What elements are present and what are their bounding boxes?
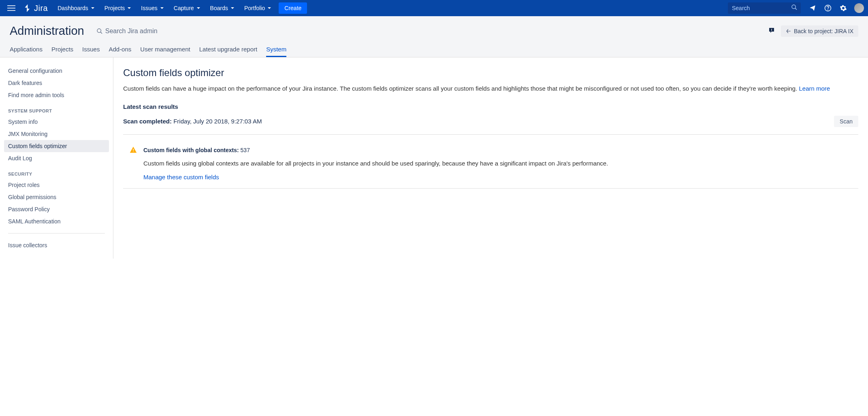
search-icon <box>791 4 798 12</box>
nav-dashboards[interactable]: Dashboards <box>53 2 100 15</box>
svg-point-6 <box>828 10 828 10</box>
scan-completed-label: Scan completed: Friday, July 20 2018, 9:… <box>123 118 262 125</box>
tab-system[interactable]: System <box>266 46 286 57</box>
latest-scan-heading: Latest scan results <box>123 103 858 110</box>
tab-latest-upgrade-report[interactable]: Latest upgrade report <box>199 46 257 57</box>
admin-feedback-icon[interactable] <box>768 27 775 36</box>
jira-logo[interactable]: Jira <box>23 4 48 13</box>
scan-row: Scan completed: Friday, July 20 2018, 9:… <box>123 116 858 127</box>
tab-applications[interactable]: Applications <box>10 46 43 57</box>
svg-rect-9 <box>771 29 772 30</box>
warning-icon <box>130 146 137 155</box>
svg-rect-0 <box>7 5 15 6</box>
result-heading: Custom fields with global contexts: 537 <box>143 147 858 153</box>
nav-capture[interactable]: Capture <box>169 2 205 15</box>
sidebar-global-permissions[interactable]: Global permissions <box>4 191 109 203</box>
nav-portfolio[interactable]: Portfolio <box>239 2 276 15</box>
sidebar-general-configuration[interactable]: General configuration <box>4 65 109 77</box>
back-to-project-button[interactable]: Back to project: JIRA IX <box>781 25 858 37</box>
svg-point-3 <box>792 5 795 8</box>
app-switcher-icon[interactable] <box>4 1 19 15</box>
page-description: Custom fields can have a huge impact on … <box>123 84 858 93</box>
tab-user-management[interactable]: User management <box>140 46 190 57</box>
svg-rect-11 <box>133 149 134 151</box>
sidebar-project-roles[interactable]: Project roles <box>4 179 109 191</box>
sidebar-dark-features[interactable]: Dark features <box>4 77 109 89</box>
nav-projects[interactable]: Projects <box>100 2 136 15</box>
learn-more-link[interactable]: Learn more <box>799 85 830 92</box>
main-content: Custom fields optimizer Custom fields ca… <box>113 57 868 259</box>
svg-point-7 <box>97 29 101 32</box>
tab-addons[interactable]: Add-ons <box>109 46 131 57</box>
sidebar-custom-fields-optimizer[interactable]: Custom fields optimizer <box>4 140 109 152</box>
page-title: Custom fields optimizer <box>123 67 858 79</box>
feedback-icon[interactable] <box>806 1 819 15</box>
nav-issues[interactable]: Issues <box>136 2 168 15</box>
svg-rect-10 <box>771 30 772 31</box>
sidebar-heading-security: SECURITY <box>4 164 109 179</box>
sidebar-divider <box>8 233 105 233</box>
sidebar-issue-collectors[interactable]: Issue collectors <box>4 239 109 251</box>
sidebar-saml-authentication[interactable]: SAML Authentication <box>4 215 109 227</box>
manage-custom-fields-link[interactable]: Manage these custom fields <box>143 174 219 180</box>
nav-right <box>728 1 864 15</box>
svg-line-8 <box>100 32 102 34</box>
nav-boards[interactable]: Boards <box>205 2 239 15</box>
scan-button[interactable]: Scan <box>834 116 858 127</box>
tab-projects[interactable]: Projects <box>51 46 73 57</box>
search-wrap <box>728 2 801 14</box>
sidebar-heading-system-support: SYSTEM SUPPORT <box>4 101 109 116</box>
admin-search[interactable]: Search Jira admin <box>96 28 158 35</box>
sidebar-system-info[interactable]: System info <box>4 116 109 128</box>
nav-items: Dashboards Projects Issues Capture Board… <box>53 2 728 15</box>
result-card: Custom fields with global contexts: 537 … <box>123 142 858 189</box>
top-navigation: Jira Dashboards Projects Issues Capture … <box>0 0 868 16</box>
admin-search-placeholder: Search Jira admin <box>105 28 158 35</box>
svg-rect-1 <box>7 8 15 8</box>
result-body: Custom fields using global contexts are … <box>143 159 858 168</box>
divider <box>123 134 858 135</box>
global-search-input[interactable] <box>728 2 801 14</box>
sidebar-password-policy[interactable]: Password Policy <box>4 203 109 215</box>
settings-icon[interactable] <box>836 1 850 15</box>
admin-title: Administration <box>10 24 84 38</box>
user-avatar[interactable] <box>854 3 864 13</box>
sidebar-find-more-admin-tools[interactable]: Find more admin tools <box>4 89 109 101</box>
sidebar-audit-log[interactable]: Audit Log <box>4 152 109 164</box>
svg-rect-12 <box>133 151 134 152</box>
svg-rect-2 <box>7 10 15 11</box>
admin-tabs: Applications Projects Issues Add-ons Use… <box>10 46 858 57</box>
admin-header: Administration Search Jira admin Back to… <box>0 16 868 57</box>
sidebar: General configuration Dark features Find… <box>0 57 113 259</box>
logo-text: Jira <box>34 4 48 13</box>
sidebar-jmx-monitoring[interactable]: JMX Monitoring <box>4 128 109 140</box>
content-layout: General configuration Dark features Find… <box>0 57 868 259</box>
create-button[interactable]: Create <box>279 2 307 14</box>
help-icon[interactable] <box>821 1 835 15</box>
svg-line-4 <box>795 8 797 10</box>
tab-issues[interactable]: Issues <box>82 46 100 57</box>
